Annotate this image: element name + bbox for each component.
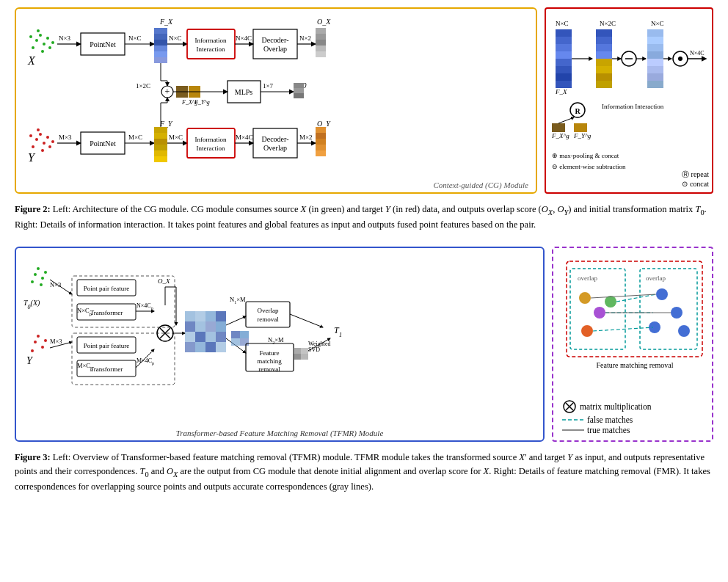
fig2-caption: Figure 2: Left: Architecture of the CG m… [15, 203, 713, 232]
svg-text:O_X: O_X [158, 277, 170, 285]
svg-text:N×4C: N×4C [236, 34, 252, 42]
svg-text:F_Y^g: F_Y^g [194, 99, 210, 106]
svg-text:O_X: O_X [317, 18, 331, 26]
svg-text:SVD: SVD [308, 346, 320, 353]
svg-point-156 [41, 277, 44, 280]
svg-rect-124 [596, 81, 612, 88]
svg-text:N×C: N×C [651, 20, 664, 27]
svg-point-247 [678, 325, 690, 337]
svg-rect-110 [556, 37, 572, 44]
svg-line-249 [593, 327, 653, 331]
svg-point-159 [40, 283, 43, 286]
svg-rect-220 [240, 338, 249, 346]
svg-point-2 [43, 43, 46, 46]
svg-text:F_X: F_X [159, 18, 173, 26]
svg-text:+: + [165, 87, 170, 97]
svg-line-150 [558, 117, 574, 123]
svg-text:matching: matching [257, 357, 282, 365]
svg-text:M×C: M×C [169, 134, 183, 141]
svg-rect-226 [294, 348, 301, 354]
svg-rect-39 [316, 40, 326, 46]
svg-text:⊖ element-wise subtraction: ⊖ element-wise subtraction [552, 163, 626, 170]
svg-point-0 [35, 39, 38, 42]
svg-rect-102 [316, 150, 326, 156]
svg-rect-113 [556, 59, 572, 66]
svg-rect-123 [596, 73, 612, 81]
svg-text:Interaction: Interaction [197, 145, 225, 152]
svg-rect-228 [294, 354, 301, 360]
svg-point-1 [39, 34, 42, 37]
figure2-area: X N×3 PointNet N×C F_X [15, 7, 713, 241]
svg-rect-23 [154, 57, 167, 63]
svg-rect-203 [185, 332, 195, 342]
svg-point-70 [51, 140, 54, 143]
svg-text:N×4Cp: N×4Cp [136, 302, 153, 310]
svg-rect-109 [556, 29, 572, 37]
svg-text:Interaction: Interaction [197, 46, 225, 53]
svg-rect-198 [216, 311, 226, 321]
svg-text:Point pair feature: Point pair feature [84, 285, 129, 292]
svg-rect-217 [231, 331, 240, 338]
svg-point-8 [29, 35, 32, 38]
svg-point-240 [579, 292, 591, 304]
svg-text:Decoder-: Decoder- [262, 135, 289, 143]
svg-rect-81 [154, 139, 167, 145]
svg-text:Information: Information [195, 37, 227, 44]
svg-text:N1×M: N1×M [230, 296, 246, 305]
svg-rect-22 [154, 51, 167, 57]
svg-text:Transformer: Transformer [90, 309, 123, 316]
svg-point-158 [44, 271, 47, 274]
svg-text:Y: Y [26, 355, 34, 366]
svg-rect-83 [154, 150, 167, 156]
svg-point-65 [46, 136, 49, 139]
svg-rect-205 [205, 332, 216, 342]
svg-text:M×2: M×2 [299, 134, 313, 141]
svg-text:N×C: N×C [169, 34, 182, 42]
svg-text:N×4C: N×4C [690, 50, 705, 57]
svg-text:N×C: N×C [128, 34, 142, 42]
svg-rect-82 [154, 145, 167, 150]
svg-text:PointNet: PointNet [90, 139, 116, 148]
svg-rect-122 [596, 66, 612, 73]
svg-rect-114 [556, 66, 572, 73]
svg-text:N×3: N×3 [59, 34, 71, 42]
svg-point-165 [44, 339, 47, 342]
ii-legend: Ⓡ repeat ⊙ concat [682, 170, 709, 188]
svg-rect-59 [294, 88, 304, 93]
svg-point-6 [37, 29, 40, 32]
tfmr-module-box: T0(X) Y N×3 M×3 Point pair feature [15, 247, 545, 442]
svg-point-244 [656, 288, 668, 300]
svg-rect-99 [316, 133, 326, 139]
svg-rect-209 [205, 342, 216, 352]
svg-text:O_Y: O_Y [317, 120, 331, 128]
svg-text:removal: removal [257, 316, 279, 323]
svg-point-161 [34, 341, 37, 343]
ii-detail-box: N×C N×2C N×C [545, 7, 713, 194]
svg-rect-80 [154, 133, 167, 139]
figure3-area: T0(X) Y N×3 M×3 Point pair feature [15, 247, 713, 503]
svg-text:T0(X): T0(X) [23, 299, 40, 310]
svg-text:Decoder-: Decoder- [262, 36, 289, 44]
fig2-diagram-row: X N×3 PointNet N×C F_X [15, 7, 713, 194]
svg-point-69 [29, 134, 32, 137]
repeat-legend: Ⓡ repeat [682, 170, 709, 180]
svg-text:T1: T1 [334, 325, 342, 338]
svg-text:Transformer: Transformer [90, 365, 123, 373]
false-matches-legend: false matches [562, 415, 706, 424]
svg-rect-129 [647, 44, 663, 51]
svg-line-234 [290, 314, 323, 327]
svg-text:Information Interaction: Information Interaction [602, 103, 664, 110]
svg-text:Feature: Feature [260, 349, 280, 357]
cg-module-label: Context-guided (CG) Module [433, 181, 528, 189]
svg-text:M×3: M×3 [50, 338, 62, 345]
svg-point-64 [32, 145, 34, 148]
svg-text:Overlap: Overlap [263, 144, 287, 152]
svg-rect-219 [240, 331, 249, 338]
tfmr-svg: T0(X) Y N×3 M×3 Point pair feature [22, 254, 382, 397]
svg-rect-40 [316, 46, 326, 51]
cg-module-svg: X N×3 PointNet N×C F_X [22, 15, 382, 183]
true-matches-legend: true matches [562, 426, 706, 434]
svg-text:X: X [27, 54, 36, 67]
svg-rect-208 [195, 342, 205, 352]
svg-rect-31 [253, 29, 297, 59]
